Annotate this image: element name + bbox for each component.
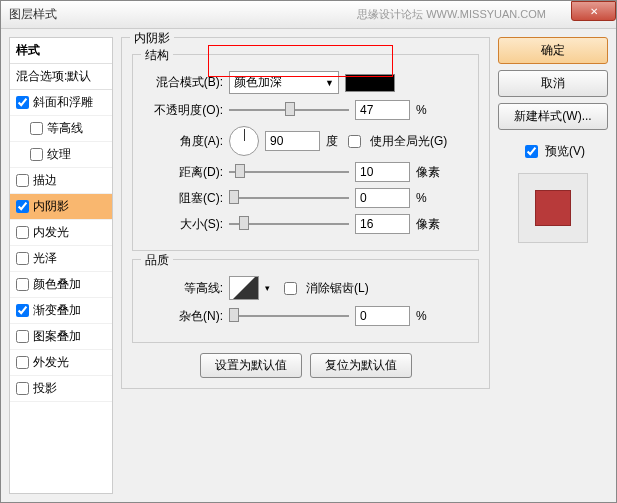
contour-label: 等高线: <box>143 280 223 297</box>
new-style-button[interactable]: 新建样式(W)... <box>498 103 608 130</box>
antialias-checkbox[interactable] <box>284 282 297 295</box>
content: 样式 混合选项:默认 斜面和浮雕等高线纹理描边内阴影内发光光泽颜色叠加渐变叠加图… <box>1 29 616 502</box>
layer-style-dialog: 图层样式 思缘设计论坛 WWW.MISSYUAN.COM ✕ 样式 混合选项:默… <box>0 0 617 503</box>
angle-dial[interactable] <box>229 126 259 156</box>
panel-title: 内阴影 <box>130 30 174 47</box>
style-checkbox[interactable] <box>16 252 29 265</box>
titlebar: 图层样式 思缘设计论坛 WWW.MISSYUAN.COM ✕ <box>1 1 616 29</box>
style-item[interactable]: 纹理 <box>10 142 112 168</box>
close-button[interactable]: ✕ <box>571 1 616 21</box>
choke-label: 阻塞(C): <box>143 190 223 207</box>
styles-header: 样式 <box>10 38 112 64</box>
style-checkbox[interactable] <box>16 304 29 317</box>
style-checkbox[interactable] <box>30 148 43 161</box>
chevron-down-icon: ▼ <box>325 78 334 88</box>
style-label: 等高线 <box>47 120 83 137</box>
style-item[interactable]: 描边 <box>10 168 112 194</box>
shadow-color-swatch[interactable] <box>345 74 395 92</box>
style-label: 内发光 <box>33 224 69 241</box>
style-label: 内阴影 <box>33 198 69 215</box>
blend-mode-select[interactable]: 颜色加深 ▼ <box>229 71 339 94</box>
right-panel: 确定 取消 新建样式(W)... 预览(V) <box>498 37 608 494</box>
style-checkbox[interactable] <box>16 356 29 369</box>
size-slider[interactable] <box>229 215 349 233</box>
distance-input[interactable]: 10 <box>355 162 410 182</box>
style-label: 渐变叠加 <box>33 302 81 319</box>
style-item[interactable]: 图案叠加 <box>10 324 112 350</box>
noise-slider[interactable] <box>229 307 349 325</box>
style-checkbox[interactable] <box>16 174 29 187</box>
size-input[interactable]: 16 <box>355 214 410 234</box>
style-item[interactable]: 光泽 <box>10 246 112 272</box>
window-title: 图层样式 <box>9 6 57 23</box>
noise-label: 杂色(N): <box>143 308 223 325</box>
style-item[interactable]: 投影 <box>10 376 112 402</box>
style-label: 外发光 <box>33 354 69 371</box>
choke-input[interactable]: 0 <box>355 188 410 208</box>
style-label: 图案叠加 <box>33 328 81 345</box>
angle-label: 角度(A): <box>143 133 223 150</box>
settings-panel: 内阴影 结构 混合模式(B): 颜色加深 ▼ 不透明度(O): <box>121 37 490 494</box>
choke-slider[interactable] <box>229 189 349 207</box>
opacity-slider[interactable] <box>229 101 349 119</box>
style-checkbox[interactable] <box>16 200 29 213</box>
angle-input[interactable]: 90 <box>265 131 320 151</box>
size-label: 大小(S): <box>143 216 223 233</box>
cancel-button[interactable]: 取消 <box>498 70 608 97</box>
style-label: 投影 <box>33 380 57 397</box>
global-light-label: 使用全局光(G) <box>370 133 447 150</box>
antialias-label: 消除锯齿(L) <box>306 280 369 297</box>
style-item[interactable]: 颜色叠加 <box>10 272 112 298</box>
distance-slider[interactable] <box>229 163 349 181</box>
style-label: 斜面和浮雕 <box>33 94 93 111</box>
style-item[interactable]: 等高线 <box>10 116 112 142</box>
preview-swatch <box>535 190 571 226</box>
style-label: 描边 <box>33 172 57 189</box>
opacity-label: 不透明度(O): <box>143 102 223 119</box>
style-checkbox[interactable] <box>16 226 29 239</box>
style-label: 光泽 <box>33 250 57 267</box>
structure-group: 结构 混合模式(B): 颜色加深 ▼ 不透明度(O): 47 <box>132 54 479 251</box>
preview-label: 预览(V) <box>545 143 585 160</box>
quality-group: 品质 等高线: ▾ 消除锯齿(L) 杂色(N): 0 % <box>132 259 479 343</box>
make-default-button[interactable]: 设置为默认值 <box>200 353 302 378</box>
style-label: 纹理 <box>47 146 71 163</box>
quality-title: 品质 <box>141 252 173 269</box>
ok-button[interactable]: 确定 <box>498 37 608 64</box>
inner-shadow-fieldset: 内阴影 结构 混合模式(B): 颜色加深 ▼ 不透明度(O): <box>121 37 490 389</box>
style-item[interactable]: 渐变叠加 <box>10 298 112 324</box>
style-checkbox[interactable] <box>16 330 29 343</box>
style-item[interactable]: 外发光 <box>10 350 112 376</box>
global-light-checkbox[interactable] <box>348 135 361 148</box>
opacity-input[interactable]: 47 <box>355 100 410 120</box>
preview-checkbox[interactable] <box>525 145 538 158</box>
chevron-down-icon[interactable]: ▾ <box>265 283 270 293</box>
distance-label: 距离(D): <box>143 164 223 181</box>
style-checkbox[interactable] <box>16 278 29 291</box>
style-checkbox[interactable] <box>16 382 29 395</box>
blend-options-default[interactable]: 混合选项:默认 <box>10 64 112 90</box>
style-label: 颜色叠加 <box>33 276 81 293</box>
noise-input[interactable]: 0 <box>355 306 410 326</box>
contour-picker[interactable] <box>229 276 259 300</box>
reset-default-button[interactable]: 复位为默认值 <box>310 353 412 378</box>
structure-title: 结构 <box>141 47 173 64</box>
style-item[interactable]: 内发光 <box>10 220 112 246</box>
style-checkbox[interactable] <box>16 96 29 109</box>
styles-list: 样式 混合选项:默认 斜面和浮雕等高线纹理描边内阴影内发光光泽颜色叠加渐变叠加图… <box>9 37 113 494</box>
blend-mode-label: 混合模式(B): <box>143 74 223 91</box>
preview-box <box>518 173 588 243</box>
style-item[interactable]: 内阴影 <box>10 194 112 220</box>
style-checkbox[interactable] <box>30 122 43 135</box>
style-item[interactable]: 斜面和浮雕 <box>10 90 112 116</box>
watermark: 思缘设计论坛 WWW.MISSYUAN.COM <box>357 7 546 22</box>
